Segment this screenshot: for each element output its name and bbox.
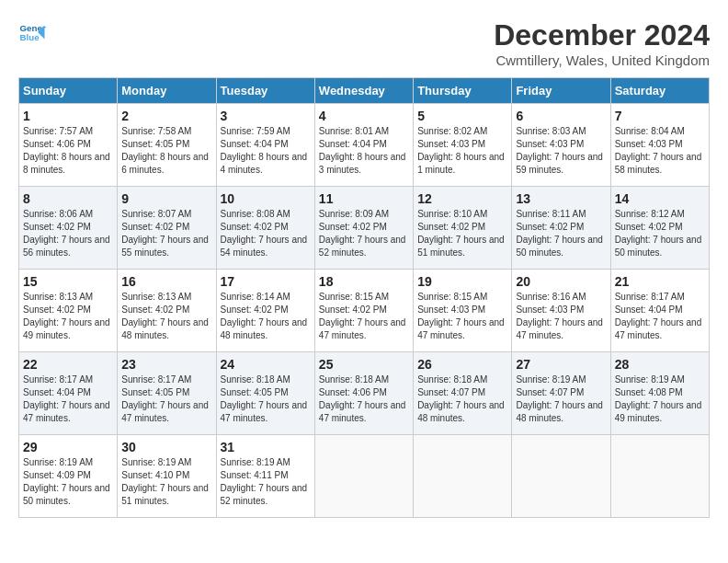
day-info: Sunrise: 8:19 AMSunset: 4:07 PMDaylight:… xyxy=(516,373,606,425)
sunrise-text: Sunrise: 7:58 AM xyxy=(121,125,211,138)
sunset-text: Sunset: 4:04 PM xyxy=(615,304,705,316)
sunrise-text: Sunrise: 8:12 AM xyxy=(615,208,705,221)
day-info: Sunrise: 8:04 AMSunset: 4:03 PMDaylight:… xyxy=(615,125,705,177)
day-number: 18 xyxy=(319,274,409,289)
sunrise-text: Sunrise: 8:17 AM xyxy=(23,373,113,386)
daylight-text: Daylight: 7 hours and 55 minutes. xyxy=(121,234,211,259)
calendar-cell: 12Sunrise: 8:10 AMSunset: 4:02 PMDayligh… xyxy=(414,187,512,270)
calendar-cell: 13Sunrise: 8:11 AMSunset: 4:02 PMDayligh… xyxy=(512,187,610,270)
day-number: 16 xyxy=(121,274,211,289)
calendar-cell: 30Sunrise: 8:19 AMSunset: 4:10 PMDayligh… xyxy=(118,435,216,518)
page-header: General Blue December 2024 Cwmtillery, W… xyxy=(18,18,710,68)
week-row-1: 1Sunrise: 7:57 AMSunset: 4:06 PMDaylight… xyxy=(19,104,710,187)
day-info: Sunrise: 8:13 AMSunset: 4:02 PMDaylight:… xyxy=(121,291,211,342)
day-info: Sunrise: 8:17 AMSunset: 4:05 PMDaylight:… xyxy=(121,373,211,425)
day-number: 27 xyxy=(516,357,606,372)
daylight-text: Daylight: 7 hours and 48 minutes. xyxy=(121,316,211,342)
daylight-text: Daylight: 7 hours and 54 minutes. xyxy=(221,234,311,259)
page-subtitle: Cwmtillery, Wales, United Kingdom xyxy=(494,52,710,68)
daylight-text: Daylight: 8 hours and 4 minutes. xyxy=(221,151,311,177)
calendar-cell: 20Sunrise: 8:16 AMSunset: 4:03 PMDayligh… xyxy=(512,270,610,352)
day-info: Sunrise: 8:14 AMSunset: 4:02 PMDaylight:… xyxy=(221,291,311,342)
sunrise-text: Sunrise: 8:06 AM xyxy=(23,208,113,221)
sunset-text: Sunset: 4:04 PM xyxy=(319,138,409,151)
calendar-cell: 26Sunrise: 8:18 AMSunset: 4:07 PMDayligh… xyxy=(414,352,512,435)
sunrise-text: Sunrise: 8:11 AM xyxy=(516,208,606,221)
day-number: 7 xyxy=(615,109,705,123)
sunset-text: Sunset: 4:04 PM xyxy=(23,386,113,399)
calendar-cell xyxy=(314,435,413,518)
day-number: 22 xyxy=(23,357,113,372)
day-number: 31 xyxy=(221,440,311,454)
day-number: 12 xyxy=(417,191,507,206)
calendar-cell: 23Sunrise: 8:17 AMSunset: 4:05 PMDayligh… xyxy=(118,352,216,435)
day-info: Sunrise: 8:06 AMSunset: 4:02 PMDaylight:… xyxy=(23,208,113,259)
sunrise-text: Sunrise: 8:15 AM xyxy=(417,291,507,304)
day-info: Sunrise: 8:10 AMSunset: 4:02 PMDaylight:… xyxy=(417,208,507,259)
day-info: Sunrise: 8:11 AMSunset: 4:02 PMDaylight:… xyxy=(516,208,606,259)
sunrise-text: Sunrise: 8:10 AM xyxy=(417,208,507,221)
calendar-cell: 4Sunrise: 8:01 AMSunset: 4:04 PMDaylight… xyxy=(314,104,413,187)
calendar-cell: 1Sunrise: 7:57 AMSunset: 4:06 PMDaylight… xyxy=(19,104,118,187)
day-info: Sunrise: 8:02 AMSunset: 4:03 PMDaylight:… xyxy=(417,125,507,177)
day-info: Sunrise: 8:19 AMSunset: 4:09 PMDaylight:… xyxy=(23,456,113,508)
sunrise-text: Sunrise: 8:19 AM xyxy=(221,456,311,469)
day-info: Sunrise: 8:15 AMSunset: 4:02 PMDaylight:… xyxy=(319,291,409,342)
sunset-text: Sunset: 4:03 PM xyxy=(417,304,507,316)
sunrise-text: Sunrise: 8:19 AM xyxy=(615,373,705,386)
sunset-text: Sunset: 4:02 PM xyxy=(23,304,113,316)
day-info: Sunrise: 8:07 AMSunset: 4:02 PMDaylight:… xyxy=(121,208,211,259)
calendar-cell: 16Sunrise: 8:13 AMSunset: 4:02 PMDayligh… xyxy=(118,270,216,352)
daylight-text: Daylight: 7 hours and 52 minutes. xyxy=(319,234,409,259)
logo-icon: General Blue xyxy=(18,18,46,46)
day-number: 5 xyxy=(417,109,507,123)
sunrise-text: Sunrise: 8:07 AM xyxy=(121,208,211,221)
sunset-text: Sunset: 4:06 PM xyxy=(319,386,409,399)
sunset-text: Sunset: 4:07 PM xyxy=(417,386,507,399)
sunset-text: Sunset: 4:06 PM xyxy=(23,138,113,151)
calendar-cell: 18Sunrise: 8:15 AMSunset: 4:02 PMDayligh… xyxy=(314,270,413,352)
day-info: Sunrise: 8:01 AMSunset: 4:04 PMDaylight:… xyxy=(319,125,409,177)
week-row-2: 8Sunrise: 8:06 AMSunset: 4:02 PMDaylight… xyxy=(19,187,710,270)
calendar-cell xyxy=(610,435,709,518)
daylight-text: Daylight: 7 hours and 51 minutes. xyxy=(417,234,507,259)
sunset-text: Sunset: 4:02 PM xyxy=(221,221,311,234)
sunset-text: Sunset: 4:11 PM xyxy=(221,469,311,482)
day-info: Sunrise: 8:17 AMSunset: 4:04 PMDaylight:… xyxy=(23,373,113,425)
calendar-cell: 25Sunrise: 8:18 AMSunset: 4:06 PMDayligh… xyxy=(314,352,413,435)
daylight-text: Daylight: 7 hours and 47 minutes. xyxy=(417,316,507,342)
calendar-cell: 6Sunrise: 8:03 AMSunset: 4:03 PMDaylight… xyxy=(512,104,610,187)
day-number: 24 xyxy=(221,357,311,372)
calendar-cell: 7Sunrise: 8:04 AMSunset: 4:03 PMDaylight… xyxy=(610,104,709,187)
day-number: 1 xyxy=(23,109,113,123)
calendar-cell: 22Sunrise: 8:17 AMSunset: 4:04 PMDayligh… xyxy=(19,352,118,435)
day-info: Sunrise: 8:12 AMSunset: 4:02 PMDaylight:… xyxy=(615,208,705,259)
sunrise-text: Sunrise: 8:01 AM xyxy=(319,125,409,138)
day-number: 13 xyxy=(516,191,606,206)
calendar-cell: 8Sunrise: 8:06 AMSunset: 4:02 PMDaylight… xyxy=(19,187,118,270)
daylight-text: Daylight: 7 hours and 50 minutes. xyxy=(23,482,113,508)
day-number: 15 xyxy=(23,274,113,289)
sunset-text: Sunset: 4:09 PM xyxy=(23,469,113,482)
daylight-text: Daylight: 7 hours and 47 minutes. xyxy=(319,316,409,342)
header-row: SundayMondayTuesdayWednesdayThursdayFrid… xyxy=(19,78,710,104)
sunrise-text: Sunrise: 8:18 AM xyxy=(319,373,409,386)
logo: General Blue xyxy=(18,18,46,46)
sunrise-text: Sunrise: 7:57 AM xyxy=(23,125,113,138)
week-row-3: 15Sunrise: 8:13 AMSunset: 4:02 PMDayligh… xyxy=(19,270,710,352)
column-header-sunday: Sunday xyxy=(19,78,118,104)
sunrise-text: Sunrise: 8:09 AM xyxy=(319,208,409,221)
sunset-text: Sunset: 4:02 PM xyxy=(516,221,606,234)
daylight-text: Daylight: 7 hours and 47 minutes. xyxy=(615,316,705,342)
day-info: Sunrise: 8:18 AMSunset: 4:06 PMDaylight:… xyxy=(319,373,409,425)
day-number: 8 xyxy=(23,191,113,206)
sunrise-text: Sunrise: 8:18 AM xyxy=(417,373,507,386)
day-number: 21 xyxy=(615,274,705,289)
sunrise-text: Sunrise: 8:19 AM xyxy=(23,456,113,469)
sunrise-text: Sunrise: 8:03 AM xyxy=(516,125,606,138)
daylight-text: Daylight: 7 hours and 50 minutes. xyxy=(615,234,705,259)
daylight-text: Daylight: 7 hours and 48 minutes. xyxy=(417,399,507,425)
sunset-text: Sunset: 4:03 PM xyxy=(516,304,606,316)
day-info: Sunrise: 7:59 AMSunset: 4:04 PMDaylight:… xyxy=(221,125,311,177)
sunset-text: Sunset: 4:10 PM xyxy=(121,469,211,482)
